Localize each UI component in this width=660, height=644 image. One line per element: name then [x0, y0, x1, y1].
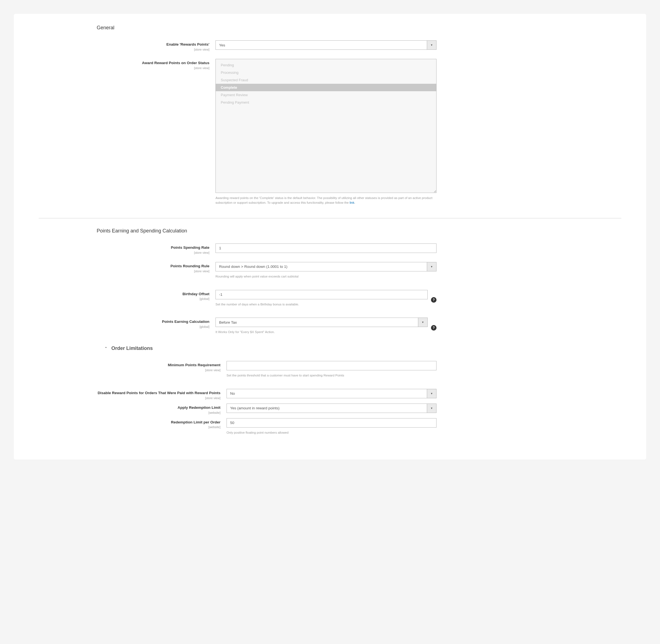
multiselect-option[interactable]: Processing — [217, 69, 434, 76]
scope-website: [website] — [39, 426, 220, 429]
note-text-prefix: Awarding reward points on the 'Complete'… — [215, 196, 432, 204]
select-value: Yes (amount in reward points) — [230, 406, 280, 410]
label-col: Disable Reward Points for Orders That We… — [39, 389, 227, 400]
input-spending-rate[interactable]: 1 — [215, 244, 437, 253]
value-col: PendingProcessingSuspected FraudComplete… — [215, 59, 437, 208]
config-panel: General Enable 'Rewards Points' [store v… — [14, 14, 646, 460]
tooltip-icon[interactable]: ? — [431, 325, 437, 330]
scope-global: [global] — [39, 325, 209, 328]
value-col: Set the points threshold that a customer… — [227, 361, 437, 381]
help-note-award-on-status: Awarding reward points on the 'Complete'… — [215, 196, 437, 205]
multiselect-option[interactable]: Pending — [217, 61, 434, 69]
input-min-points-req[interactable] — [227, 361, 437, 370]
chevron-up-icon: ⌃ — [104, 346, 108, 350]
help-note-earning-calc: It Works Only for "Every $X Spent" Actio… — [215, 330, 428, 335]
label-birthday-offset: Birthday Offset — [182, 292, 209, 296]
field-earning-calc: Points Earning Calculation [global] Befo… — [39, 318, 621, 338]
select-disable-paid-with-points[interactable]: No ▼ — [227, 389, 437, 398]
scope-global: [global] — [39, 297, 209, 300]
label-col: Points Spending Rate [store view] — [39, 244, 215, 254]
label-col: Award Reward Points on Order Status [sto… — [39, 59, 215, 70]
scope-store-view: [store view] — [39, 251, 209, 254]
input-value: 50 — [230, 421, 234, 425]
multiselect-option[interactable]: Suspected Fraud — [217, 76, 434, 84]
label-spending-rate: Points Spending Rate — [171, 246, 209, 250]
scope-website: [website] — [39, 411, 220, 414]
value-col: Yes ▼ — [215, 40, 437, 50]
field-min-points-req: Minimum Points Requirement [store view] … — [39, 361, 621, 381]
chevron-down-icon: ▼ — [427, 389, 436, 398]
label-col: Enable 'Rewards Points' [store view] — [39, 40, 215, 51]
input-value: 1 — [219, 246, 221, 250]
scope-store-view: [store view] — [39, 396, 220, 400]
chevron-down-icon: ▼ — [427, 262, 436, 271]
chevron-down-icon: ▼ — [418, 318, 427, 327]
field-redemption-limit-per-order: Redemption Limit per Order [website] 50 … — [39, 418, 621, 438]
scope-store-view: [store view] — [39, 270, 209, 273]
field-spending-rate: Points Spending Rate [store view] 1 — [39, 244, 621, 254]
field-award-on-status: Award Reward Points on Order Status [sto… — [39, 59, 621, 208]
subsection-order-limitations-header[interactable]: ⌃ Order Limitations — [104, 345, 621, 351]
value-col: Yes (amount in reward points) ▼ — [227, 404, 437, 413]
label-apply-redemption-limit: Apply Redemption Limit — [178, 406, 220, 410]
scope-store-view: [store view] — [39, 66, 209, 70]
input-value: -1 — [219, 293, 222, 297]
label-disable-paid-with-points: Disable Reward Points for Orders That We… — [97, 391, 220, 395]
help-note-min-points: Set the points threshold that a customer… — [227, 373, 437, 378]
multiselect-award-on-status[interactable]: PendingProcessingSuspected FraudComplete… — [215, 59, 437, 193]
help-note-rounding: Rounding will apply when point value exc… — [215, 274, 437, 279]
section-title-general: General — [97, 25, 621, 31]
input-birthday-offset[interactable]: -1 — [215, 290, 428, 299]
label-col: Minimum Points Requirement [store view] — [39, 361, 227, 372]
label-col: Points Rounding Rule [store view] — [39, 262, 215, 273]
label-earning-calc: Points Earning Calculation — [162, 320, 209, 324]
multiselect-option[interactable]: Pending Payment — [217, 99, 434, 106]
label-redemption-limit-per-order: Redemption Limit per Order — [171, 420, 220, 424]
label-rounding-rule: Points Rounding Rule — [170, 264, 209, 268]
label-col: Points Earning Calculation [global] — [39, 318, 215, 328]
select-enable-rewards[interactable]: Yes ▼ — [215, 40, 437, 50]
subsection-title: Order Limitations — [111, 345, 153, 351]
label-col: Redemption Limit per Order [website] — [39, 418, 227, 429]
note-link[interactable]: link — [350, 201, 354, 204]
value-col: 50 Only positive floating point numbers … — [227, 418, 437, 438]
multiselect-option[interactable]: Complete — [216, 84, 436, 91]
select-earning-calc[interactable]: Before Tax ▼ — [215, 318, 428, 327]
multiselect-option[interactable]: Payment Review — [217, 91, 434, 99]
help-note-redemption-limit: Only positive floating point numbers all… — [227, 430, 437, 435]
input-redemption-limit-per-order[interactable]: 50 — [227, 418, 437, 428]
field-enable-rewards: Enable 'Rewards Points' [store view] Yes… — [39, 40, 621, 51]
label-min-points-req: Minimum Points Requirement — [168, 363, 220, 367]
note-text-suffix: . — [354, 201, 355, 204]
value-col: Round down > Round down (1.0001 to 1) ▼ … — [215, 262, 437, 282]
value-col: 1 — [215, 244, 437, 253]
scope-store-view: [store view] — [39, 48, 209, 51]
value-col: No ▼ — [227, 389, 437, 398]
field-rounding-rule: Points Rounding Rule [store view] Round … — [39, 262, 621, 282]
chevron-down-icon: ▼ — [427, 41, 436, 49]
select-value: Yes — [219, 43, 225, 47]
select-apply-redemption-limit[interactable]: Yes (amount in reward points) ▼ — [227, 404, 437, 413]
label-col: Birthday Offset [global] — [39, 290, 215, 301]
select-rounding-rule[interactable]: Round down > Round down (1.0001 to 1) ▼ — [215, 262, 437, 271]
scope-store-view: [store view] — [39, 368, 220, 372]
select-value: No — [230, 391, 235, 395]
select-value: Round down > Round down (1.0001 to 1) — [219, 264, 287, 269]
label-award-on-status: Award Reward Points on Order Status — [142, 61, 209, 65]
chevron-down-icon: ▼ — [427, 404, 436, 413]
label-col: Apply Redemption Limit [website] — [39, 404, 227, 414]
tooltip-icon[interactable]: ? — [431, 297, 437, 303]
field-disable-paid-with-points: Disable Reward Points for Orders That We… — [39, 389, 621, 400]
field-apply-redemption-limit: Apply Redemption Limit [website] Yes (am… — [39, 404, 621, 414]
select-value: Before Tax — [219, 320, 237, 324]
label-enable-rewards: Enable 'Rewards Points' — [166, 42, 209, 46]
section-title-calc: Points Earning and Spending Calculation — [97, 228, 621, 234]
value-col: Before Tax ▼ It Works Only for "Every $X… — [215, 318, 437, 338]
divider — [39, 218, 621, 218]
field-birthday-offset: Birthday Offset [global] -1 Set the numb… — [39, 290, 621, 310]
value-col: -1 Set the number of days when a Birthda… — [215, 290, 437, 310]
help-note-birthday: Set the number of days when a Birthday b… — [215, 302, 428, 307]
